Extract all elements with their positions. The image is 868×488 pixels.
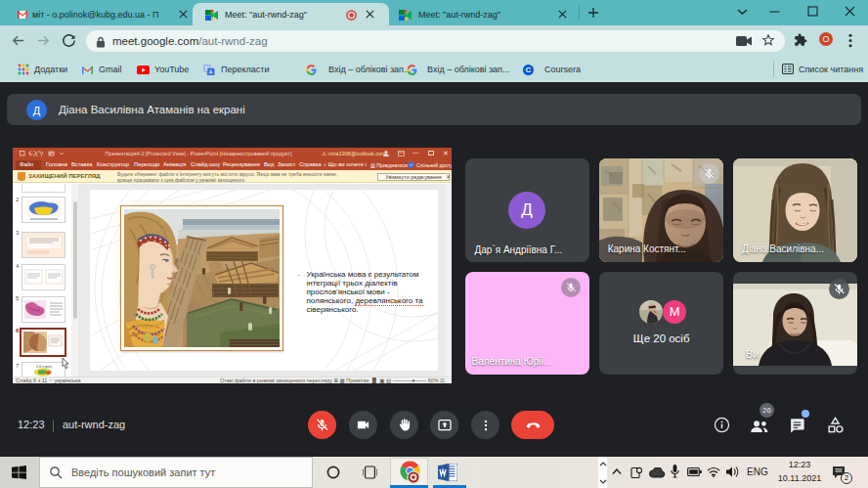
svg-text:5-6 ступні: 5-6 ступні (36, 365, 52, 369)
